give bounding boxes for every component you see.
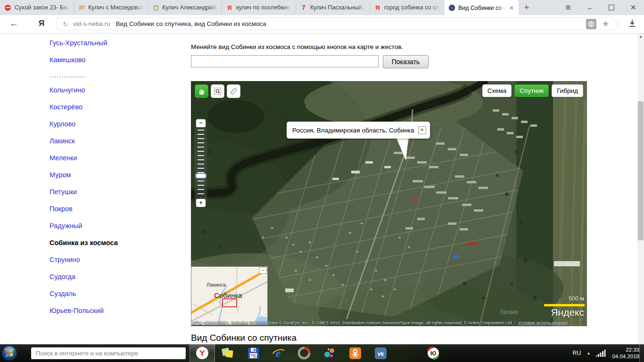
tab-7-active[interactable]: Вид Собинки со с ✕	[444, 0, 519, 16]
pan-tool-button[interactable]	[195, 84, 208, 98]
taskbar-internet-explorer[interactable]: e	[266, 344, 291, 362]
city-search-input[interactable]	[191, 55, 379, 67]
satellite-map[interactable]: Схема Спутник Гибрид − + Россия, Владими…	[191, 81, 587, 326]
page-content: Гусь-Хрустальный Камешково .............…	[0, 33, 644, 344]
show-button[interactable]: Показать	[383, 55, 429, 68]
taskbar-save-64[interactable]: 64	[240, 344, 266, 362]
sidebar-item[interactable]: Гусь-Хрустальный	[50, 34, 118, 51]
scrollbar-up-arrow[interactable]: ▲	[637, 34, 644, 39]
window-maximize-button[interactable]	[601, 0, 622, 15]
zoom-control: − +	[195, 118, 207, 208]
tab-1[interactable]: Сухой закон 23- Бер	[0, 0, 74, 15]
bookmark-star-icon[interactable]: ★	[602, 19, 609, 29]
sidebar-item[interactable]: Камешково	[50, 51, 118, 68]
sidebar-item[interactable]: Муром	[50, 166, 118, 183]
sidebar-item[interactable]: Курлово	[50, 115, 118, 132]
taskbar-yu-app[interactable]: Ю	[421, 344, 446, 362]
tab-label: Кулич Александрийс	[162, 4, 218, 11]
map-toolbar	[195, 84, 240, 98]
clock-date: 04.04.2018	[612, 353, 639, 360]
sidebar-link[interactable]: Курлово	[50, 120, 75, 128]
window-close-button[interactable]: ✕	[622, 0, 644, 15]
sidebar-item[interactable]: Судогда	[50, 268, 118, 285]
taskbar-color-sphere[interactable]	[317, 344, 342, 362]
taskbar-loader-ring[interactable]	[291, 344, 317, 362]
sidebar-link[interactable]: Муром	[50, 171, 71, 179]
sidebar-link[interactable]: Радужный	[50, 222, 82, 230]
download-icon[interactable]	[628, 19, 636, 30]
url-field[interactable]: ↻ vid-s-neba.ru Вид Собинки со спутника,…	[57, 17, 613, 30]
show-desktop-button[interactable]	[639, 344, 644, 362]
yandex-home-button[interactable]: Я	[39, 19, 44, 28]
sidebar-separator: ...............	[50, 68, 118, 82]
balloon-close-icon[interactable]: ✕	[418, 126, 426, 134]
tab-5[interactable]: 7 Кулич Пасхальный, р	[296, 0, 370, 15]
new-tab-button[interactable]: +	[519, 0, 535, 15]
sidebar-item[interactable]: Меленки	[50, 149, 118, 166]
city-sidebar: Гусь-Хрустальный Камешково .............…	[50, 34, 118, 319]
sphere-app-icon	[323, 346, 336, 360]
taskbar-sticky-notes[interactable]	[215, 344, 240, 362]
scrollbar-thumb[interactable]	[638, 101, 644, 240]
sidebar-item[interactable]: Струнино	[50, 251, 118, 268]
tab-label: кулич по похлебкин	[236, 4, 292, 11]
sidebar-item[interactable]: Кольчугино	[50, 82, 118, 99]
ruler-tool-button[interactable]	[227, 84, 240, 98]
zoom-select-tool-button[interactable]	[211, 84, 224, 98]
protect-globe-icon[interactable]	[586, 19, 596, 29]
sidebar-item[interactable]: Суздаль	[50, 285, 118, 302]
yandex-logo: Яндекс	[551, 307, 584, 318]
layer-scheme-button[interactable]: Схема	[482, 84, 512, 97]
sidebar-link[interactable]: Кольчугино	[50, 86, 85, 94]
sidebar-item[interactable]: Радужный	[50, 217, 118, 234]
sidebar-item[interactable]: Костерёво	[50, 99, 118, 115]
tab-6[interactable]: Я город собинка со сп	[370, 0, 444, 15]
tab-2[interactable]: ХП Кулич с Мясоедовск	[74, 0, 148, 15]
zoom-in-button[interactable]: +	[196, 199, 206, 207]
sidebar-link[interactable]: Костерёво	[50, 103, 83, 111]
sidebar-link[interactable]: Петушки	[50, 188, 77, 196]
magnifier-select-icon	[214, 87, 222, 95]
sidebar-item[interactable]: Лакинск	[50, 132, 118, 149]
sidebar-link[interactable]: Юрьев-Польский	[50, 307, 104, 314]
sidebar-link[interactable]: Струнино	[50, 256, 80, 263]
tab-4[interactable]: Я кулич по похлебкин	[222, 0, 296, 15]
taskbar-search-input[interactable]	[31, 347, 186, 359]
network-signal-icon[interactable]	[596, 349, 606, 357]
language-indicator[interactable]: RU	[572, 350, 581, 356]
refresh-icon[interactable]: ↻	[63, 20, 68, 28]
sidebar-item[interactable]: Покров	[50, 200, 118, 217]
sidebar-link[interactable]: Судогда	[50, 273, 75, 280]
layer-satellite-button[interactable]: Спутник	[514, 84, 549, 97]
sidebar-link[interactable]: Меленки	[50, 154, 77, 162]
browser-menu-button[interactable]: ≡	[557, 0, 579, 15]
start-button[interactable]	[1, 345, 17, 362]
sidebar-link[interactable]: Гусь-Хрустальный	[50, 39, 107, 47]
browser-window: Сухой закон 23- Бер ХП Кулич с Мясоедовс…	[0, 0, 644, 362]
zoom-slider-handle[interactable]	[196, 173, 206, 178]
window-minimize-button[interactable]: –	[579, 0, 601, 15]
page-scrollbar[interactable]: ▲	[637, 33, 644, 344]
taskbar-yandex-browser[interactable]: Y	[190, 344, 215, 362]
sidebar-link[interactable]: Лакинск	[50, 137, 75, 145]
sidebar-link[interactable]: Камешково	[50, 56, 85, 64]
layer-hybrid-button[interactable]: Гибрид	[552, 84, 583, 97]
tab-close-icon[interactable]: ✕	[508, 5, 515, 11]
back-button[interactable]: ←	[9, 18, 18, 29]
taskbar-vkontakte[interactable]: vk	[368, 344, 393, 362]
taskbar-odnoklassniki[interactable]	[342, 344, 368, 362]
tray-expand-icon[interactable]: ▲	[587, 351, 591, 355]
sidebar-link[interactable]: Покров	[50, 205, 73, 213]
url-host: vid-s-neba.ru	[73, 20, 110, 27]
sidebar-link[interactable]: Суздаль	[50, 290, 76, 297]
minimap-collapse-button[interactable]: −	[259, 267, 267, 274]
zoom-out-button[interactable]: −	[196, 119, 206, 127]
scale-bar	[544, 304, 585, 306]
tab-3[interactable]: Кулич Александрийс	[148, 0, 222, 15]
overview-minimap[interactable]: Лакинск Собинка −	[191, 266, 268, 325]
sidebar-item[interactable]: Юрьев-Польский	[50, 302, 118, 319]
taskbar-clock[interactable]: 22:33 04.04.2018	[612, 346, 639, 360]
zoom-scale-track[interactable]	[198, 130, 204, 197]
terms-of-use-link[interactable]: Условия использования	[518, 320, 567, 325]
sidebar-item[interactable]: Петушки	[50, 183, 118, 200]
